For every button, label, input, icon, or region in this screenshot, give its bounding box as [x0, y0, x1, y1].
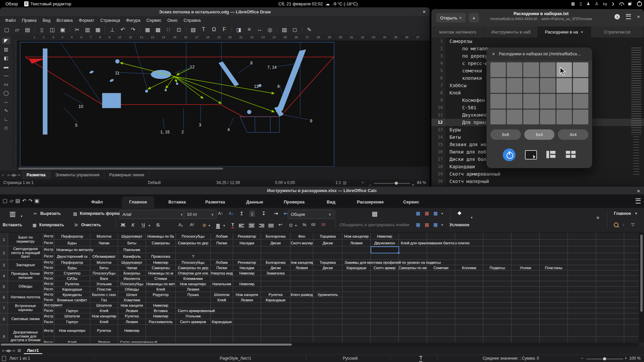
cell[interactable]: Клей	[90, 308, 118, 313]
subrow-kind-cell[interactable]: Расхо	[43, 319, 54, 324]
cell[interactable]	[261, 325, 290, 336]
subrow-kind-cell[interactable]: Инстр	[43, 325, 54, 336]
print-icon[interactable]: ▣	[59, 26, 66, 33]
cell[interactable]	[596, 292, 624, 297]
cell[interactable]	[596, 233, 624, 239]
cell[interactable]	[568, 303, 596, 308]
cell[interactable]: Нож канцеля	[233, 292, 261, 297]
fit-page-icon[interactable]: +	[362, 180, 364, 185]
cell[interactable]	[290, 246, 313, 253]
cell[interactable]	[512, 270, 540, 276]
underline-caret-icon[interactable]: ▾	[149, 224, 150, 227]
page-style[interactable]: Default	[148, 180, 161, 185]
menu-item[interactable]: Окно	[164, 18, 180, 23]
ellipse-icon[interactable]: ◯	[2, 90, 10, 96]
cell[interactable]: Нивелир	[233, 270, 261, 276]
subrow-kind-cell[interactable]: Инстр	[43, 281, 54, 286]
clear-button[interactable]: Очистить	[81, 223, 101, 227]
cell[interactable]	[371, 313, 399, 319]
tile-cell[interactable]	[556, 94, 572, 109]
cut-icon[interactable]: ✂	[74, 26, 80, 33]
cell[interactable]: Ножницы по металлу	[54, 246, 90, 253]
cell[interactable]: Двухкомпон	[371, 240, 399, 246]
cell[interactable]	[596, 246, 624, 253]
cell[interactable]	[371, 270, 399, 276]
tile-cell[interactable]	[523, 78, 539, 93]
toolbar-icon[interactable]	[277, 26, 277, 33]
copy-icon[interactable]: ▥	[84, 26, 91, 33]
cell[interactable]: Шуруповерт	[118, 233, 146, 239]
row-label-cell[interactable]: Декоративные вытяжки для доступа к блока…	[8, 325, 43, 343]
cell[interactable]: Нивелир	[146, 303, 176, 308]
cell[interactable]: Стяжки	[146, 276, 176, 281]
cell[interactable]	[290, 337, 313, 343]
cell[interactable]	[176, 337, 211, 343]
grid-layout-icon[interactable]	[566, 151, 576, 159]
selected-cell[interactable]	[371, 246, 399, 253]
delete-caret-icon[interactable]: ▾	[441, 223, 443, 227]
notebookbar-tab[interactable]: Вид	[319, 196, 343, 208]
cell[interactable]: Нож канцеля	[118, 303, 146, 308]
volume-icon[interactable]	[628, 2, 632, 5]
cell[interactable]	[455, 313, 483, 319]
cell[interactable]: Лобзик	[211, 233, 233, 239]
cell[interactable]: Баллон с газо	[90, 292, 118, 297]
cell[interactable]: Напильник	[211, 281, 233, 286]
page-nav[interactable]: ⇤◀▶⇥	[6, 173, 22, 177]
cell[interactable]	[342, 292, 371, 297]
superscript-button[interactable]: А²	[190, 223, 194, 227]
cell[interactable]: Изолента	[118, 276, 146, 281]
subrow-kind-cell[interactable]: Расхо	[43, 337, 54, 343]
cell[interactable]	[455, 297, 483, 302]
insert-column-icon[interactable]: ▦	[433, 210, 438, 216]
cell[interactable]	[261, 303, 290, 308]
row-label-cell[interactable]: Багет по периметру	[8, 233, 43, 246]
cell[interactable]: Нивелир	[118, 325, 146, 336]
cell[interactable]	[342, 303, 371, 308]
cell[interactable]	[624, 287, 639, 292]
cell[interactable]	[427, 246, 455, 253]
cell[interactable]: Редуктор	[146, 292, 176, 297]
cell[interactable]	[512, 303, 540, 308]
close-icon[interactable]: ×	[637, 14, 640, 19]
editor-header[interactable]: Открыть∨ + Расходники в наборах.txt /mnt…	[431, 9, 644, 27]
cell[interactable]	[624, 253, 639, 259]
notebookbar-tab[interactable]: Сервис	[396, 196, 427, 208]
cell[interactable]	[540, 308, 568, 313]
cell[interactable]	[483, 313, 512, 319]
connector-icon[interactable]: ∟	[2, 116, 10, 122]
chevron-right-icon[interactable]: ❯	[612, 2, 614, 6]
cell[interactable]	[483, 253, 512, 259]
cell[interactable]: Семечки	[427, 265, 455, 270]
subrow-kind-cell[interactable]: Расхо	[43, 308, 54, 313]
cell[interactable]	[512, 287, 540, 292]
cell[interactable]	[540, 270, 568, 276]
cell[interactable]	[371, 297, 399, 302]
edit-points-icon[interactable]: ✎	[306, 26, 313, 33]
cell[interactable]: Перфоратор	[54, 233, 90, 239]
cell[interactable]	[512, 297, 540, 302]
lines-and-arrows-icon[interactable]: ↔	[2, 99, 10, 105]
row-header[interactable]: 3	[0, 260, 8, 270]
cell[interactable]	[512, 325, 540, 336]
cell[interactable]: Пластины	[540, 265, 568, 270]
menu-item[interactable]: Сервис	[144, 18, 165, 23]
zoom-out-icon[interactable]: −	[581, 356, 583, 361]
clone-formatting-icon[interactable]: ⊥	[109, 26, 116, 33]
cell[interactable]	[371, 325, 399, 336]
cell[interactable]	[290, 281, 313, 286]
subrow-kind-cell[interactable]: Инстр	[43, 260, 54, 265]
cell[interactable]: Канифоль	[118, 253, 146, 259]
cell[interactable]	[342, 276, 371, 281]
open-icon[interactable]: ▱	[9, 198, 13, 204]
cell[interactable]	[371, 337, 399, 343]
cell[interactable]: Отвертки для кле	[176, 270, 211, 276]
tile-cell[interactable]	[573, 78, 588, 93]
cell[interactable]: Зажигалка	[261, 270, 290, 276]
cell[interactable]	[512, 337, 540, 343]
notebookbar-tab[interactable]: Данные	[239, 196, 271, 208]
cell[interactable]	[483, 246, 512, 253]
cell[interactable]: Нож канцелярс	[176, 281, 211, 286]
cell[interactable]	[176, 246, 211, 253]
cell[interactable]	[512, 240, 540, 246]
